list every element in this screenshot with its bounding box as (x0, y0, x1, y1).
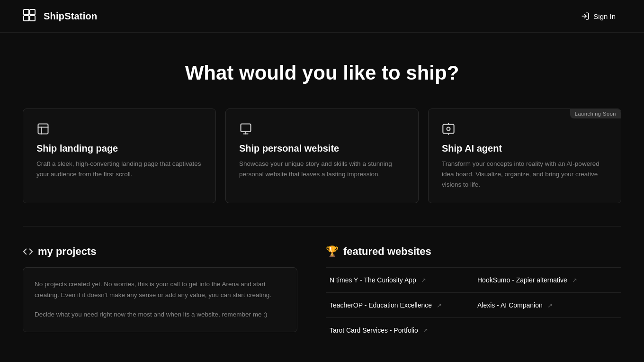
personal-website-icon (239, 122, 405, 136)
svg-rect-0 (24, 9, 29, 15)
featured-link-3[interactable]: Alexis - AI Companion ↗ (474, 293, 621, 318)
hero-title: What would you like to ship? (23, 61, 621, 85)
sign-in-label: Sign In (593, 12, 616, 20)
featured-link-2-text: TeacherOP - Education Excellence (330, 301, 432, 309)
shipstation-icon (23, 9, 38, 24)
projects-message-2: Decide what you need right now the most … (35, 309, 286, 320)
svg-rect-3 (30, 16, 35, 21)
card-landing-page-desc: Craft a sleek, high-converting landing p… (36, 159, 202, 179)
svg-rect-1 (30, 9, 35, 15)
projects-message-1: No projects created yet. No worries, thi… (35, 279, 286, 301)
my-projects-title: my projects (38, 245, 97, 258)
featured-websites-title: featured websites (343, 245, 431, 258)
card-landing-page[interactable]: Ship landing page Craft a sleek, high-co… (23, 109, 216, 203)
projects-box: No projects created yet. No worries, thi… (23, 267, 297, 332)
featured-links-grid: N times Y - The Curiosity App ↗ HookSumo… (326, 267, 621, 343)
code-icon (23, 246, 33, 257)
bottom-section: my projects No projects created yet. No … (0, 245, 644, 362)
svg-rect-8 (241, 124, 251, 132)
featured-link-3-text: Alexis - AI Companion (477, 301, 543, 309)
trophy-icon: 🏆 (326, 245, 339, 258)
featured-websites-header: 🏆 featured websites (326, 245, 621, 258)
external-link-icon-2: ↗ (437, 302, 442, 309)
svg-rect-5 (38, 124, 48, 134)
card-landing-page-title: Ship landing page (36, 143, 202, 154)
logo-area: ShipStation (23, 9, 97, 24)
featured-link-1[interactable]: HookSumo - Zapier alternative ↗ (474, 267, 621, 293)
my-projects-header: my projects (23, 245, 297, 258)
ai-agent-icon (442, 122, 608, 136)
card-ai-agent[interactable]: Launching Soon Ship AI agent Transform y… (428, 109, 621, 203)
featured-link-1-text: HookSumo - Zapier alternative (477, 276, 567, 284)
featured-link-0-text: N times Y - The Curiosity App (330, 276, 416, 284)
card-ai-agent-desc: Transform your concepts into reality wit… (442, 159, 608, 190)
sign-in-button[interactable]: Sign In (575, 9, 621, 23)
launching-soon-badge: Launching Soon (570, 109, 621, 118)
card-personal-website-title: Ship personal website (239, 143, 405, 154)
landing-page-icon (36, 122, 202, 136)
cards-container: Ship landing page Craft a sleek, high-co… (0, 109, 644, 226)
featured-link-4[interactable]: Tarot Card Services - Portfolio ↗ (326, 318, 474, 343)
card-ai-agent-title: Ship AI agent (442, 143, 608, 154)
my-projects-section: my projects No projects created yet. No … (23, 245, 297, 343)
featured-link-0[interactable]: N times Y - The Curiosity App ↗ (326, 267, 474, 293)
svg-rect-2 (24, 16, 29, 21)
logo-text: ShipStation (44, 11, 97, 22)
featured-link-4-text: Tarot Card Services - Portfolio (330, 326, 418, 334)
sign-in-icon (581, 12, 590, 20)
header: ShipStation Sign In (0, 0, 644, 33)
external-link-icon-0: ↗ (421, 277, 426, 284)
external-link-icon-1: ↗ (572, 277, 577, 284)
external-link-icon-4: ↗ (423, 327, 428, 334)
svg-rect-11 (443, 125, 454, 134)
svg-point-12 (447, 127, 450, 131)
section-divider (23, 226, 621, 226)
card-personal-website-desc: Showcase your unique story and skills wi… (239, 159, 405, 179)
featured-websites-section: 🏆 featured websites N times Y - The Curi… (326, 245, 621, 343)
featured-link-2[interactable]: TeacherOP - Education Excellence ↗ (326, 293, 474, 318)
card-personal-website[interactable]: Ship personal website Showcase your uniq… (225, 109, 419, 203)
external-link-icon-3: ↗ (547, 302, 553, 309)
hero-section: What would you like to ship? (0, 33, 644, 109)
